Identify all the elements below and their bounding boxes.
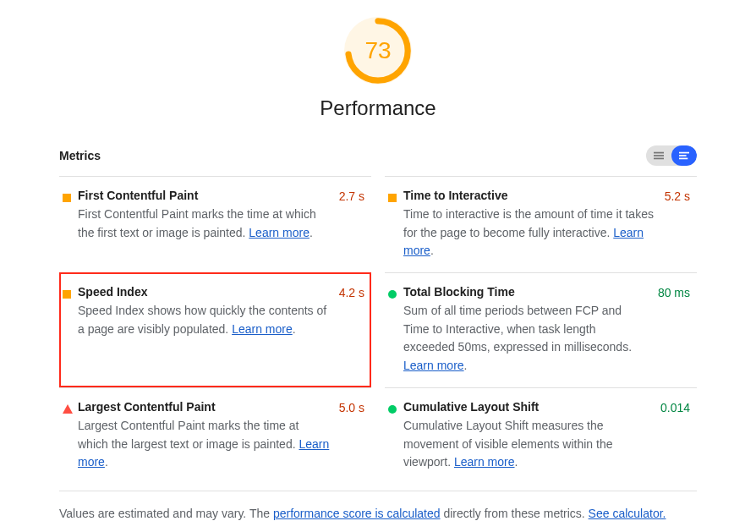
compact-view-icon bbox=[654, 151, 664, 160]
score-gauge: 73 bbox=[344, 17, 412, 85]
page-title: Performance bbox=[320, 96, 436, 120]
svg-rect-3 bbox=[654, 158, 664, 160]
svg-rect-4 bbox=[679, 152, 689, 154]
view-toggle[interactable] bbox=[646, 145, 697, 166]
toggle-compact[interactable] bbox=[646, 145, 671, 166]
average-icon bbox=[63, 189, 78, 205]
svg-rect-1 bbox=[654, 152, 664, 154]
pass-icon bbox=[388, 400, 403, 416]
see-calculator-link[interactable]: See calculator. bbox=[589, 507, 666, 520]
metric-tbt: Total Blocking Time Sum of all time peri… bbox=[385, 272, 697, 387]
metrics-header: Metrics bbox=[59, 145, 697, 166]
metric-title: Largest Contentful Paint bbox=[78, 400, 331, 414]
metric-description: First Contentful Paint marks the time at… bbox=[78, 206, 331, 242]
fail-icon bbox=[63, 400, 78, 416]
metric-description: Cumulative Layout Shift measures the mov… bbox=[403, 417, 652, 472]
svg-rect-6 bbox=[679, 158, 688, 160]
metrics-grid: First Contentful Paint First Contentful … bbox=[59, 176, 697, 484]
metric-description: Speed Index shows how quickly the conten… bbox=[78, 302, 331, 338]
pass-icon bbox=[388, 285, 403, 301]
metric-speed-index: Speed Index Speed Index shows how quickl… bbox=[59, 272, 371, 387]
learn-more-link[interactable]: Learn more bbox=[232, 322, 293, 336]
metric-value: 5.0 s bbox=[339, 400, 364, 414]
learn-more-link[interactable]: Learn more bbox=[249, 226, 310, 239]
metric-value: 80 ms bbox=[658, 285, 690, 299]
metric-value: 0.014 bbox=[660, 400, 690, 414]
expanded-view-icon bbox=[679, 151, 689, 160]
footer-note: Values are estimated and may vary. The p… bbox=[59, 491, 697, 520]
metric-lcp: Largest Contentful Paint Largest Content… bbox=[59, 387, 371, 484]
metric-title: Total Blocking Time bbox=[403, 285, 649, 299]
score-section: 73 Performance bbox=[59, 17, 697, 120]
metric-value: 5.2 s bbox=[665, 189, 690, 203]
metric-title: Cumulative Layout Shift bbox=[403, 400, 652, 414]
metric-value: 2.7 s bbox=[339, 189, 364, 203]
metrics-heading: Metrics bbox=[59, 149, 101, 162]
metric-cls: Cumulative Layout Shift Cumulative Layou… bbox=[385, 387, 697, 484]
svg-rect-2 bbox=[654, 155, 664, 156]
learn-more-link[interactable]: Learn more bbox=[403, 359, 464, 372]
score-value: 73 bbox=[344, 17, 412, 85]
metric-title: First Contentful Paint bbox=[78, 189, 331, 202]
metric-description: Sum of all time periods between FCP and … bbox=[403, 302, 649, 376]
metric-description: Largest Contentful Paint marks the time … bbox=[78, 417, 331, 472]
metric-fcp: First Contentful Paint First Contentful … bbox=[59, 176, 371, 272]
average-icon bbox=[388, 189, 403, 205]
average-icon bbox=[63, 285, 78, 301]
toggle-expanded[interactable] bbox=[671, 145, 697, 166]
score-calc-link[interactable]: performance score is calculated bbox=[273, 507, 441, 520]
metric-value: 4.2 s bbox=[339, 285, 364, 299]
metric-title: Time to Interactive bbox=[403, 189, 656, 202]
svg-rect-5 bbox=[679, 155, 687, 156]
metric-title: Speed Index bbox=[78, 285, 331, 299]
metric-tti: Time to Interactive Time to interactive … bbox=[385, 176, 697, 272]
metric-description: Time to interactive is the amount of tim… bbox=[403, 206, 656, 261]
learn-more-link[interactable]: Learn more bbox=[454, 455, 515, 469]
